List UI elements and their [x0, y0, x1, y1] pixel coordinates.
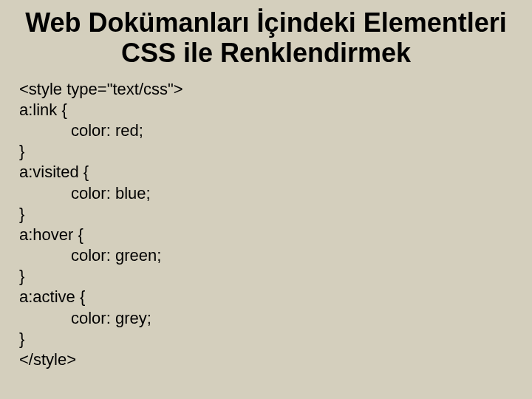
code-line: </style>: [19, 350, 76, 369]
slide: Web Dokümanları İçindeki Elementleri CSS…: [0, 0, 532, 399]
code-line: }: [19, 205, 24, 223]
code-block: <style type="text/css"> a:link { color: …: [19, 79, 517, 370]
code-line: }: [19, 330, 24, 348]
code-line: <style type="text/css">: [19, 80, 183, 98]
code-line: a:link {: [19, 100, 67, 119]
slide-title: Web Dokümanları İçindeki Elementleri CSS…: [15, 7, 517, 69]
code-line: color: green;: [71, 246, 161, 265]
code-line: color: red;: [71, 121, 143, 140]
code-line: color: blue;: [71, 184, 151, 202]
code-line: }: [19, 142, 24, 160]
code-line: a:hover {: [19, 225, 83, 244]
code-line: a:visited {: [19, 163, 89, 181]
code-line: color: grey;: [71, 309, 151, 327]
code-line: }: [19, 267, 24, 285]
code-line: a:active {: [19, 287, 85, 306]
